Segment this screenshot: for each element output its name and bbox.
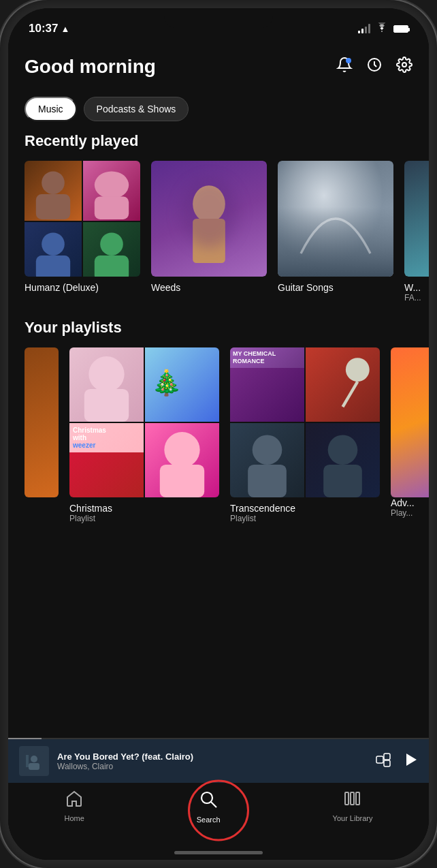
np-thumbnail <box>19 746 49 776</box>
svg-rect-28 <box>376 756 383 763</box>
svg-rect-30 <box>384 760 390 766</box>
svg-marker-31 <box>406 754 417 766</box>
battery-icon <box>393 25 408 33</box>
svg-rect-29 <box>384 754 390 760</box>
recently-played-section: Recently played <box>8 132 429 303</box>
playlists-title: Your playlists <box>25 319 412 337</box>
header-top: Good morning <box>25 56 412 78</box>
transcendence-cover: MY CHEMICALROMANCE <box>230 347 380 497</box>
weeds-cover <box>151 161 267 277</box>
svg-rect-26 <box>29 763 39 770</box>
transcendence-subtitle: Playlist <box>230 514 380 523</box>
recently-played-title: Recently played <box>25 132 412 150</box>
svg-rect-35 <box>351 792 354 805</box>
partial-title: W... <box>404 282 429 293</box>
np-info: Are You Bored Yet? (feat. Clairo) Wallow… <box>57 751 366 771</box>
phone-frame: 10:37 ▲ <box>0 0 437 868</box>
album-item-weeds[interactable]: Weeds <box>151 161 267 303</box>
humanz-cover <box>25 161 140 277</box>
playlist-item-transcendence[interactable]: MY CHEMICALROMANCE <box>230 347 380 523</box>
svg-point-2 <box>402 63 406 67</box>
playlist-item-partial-left[interactable] <box>25 347 59 523</box>
svg-rect-6 <box>95 196 129 219</box>
svg-point-7 <box>42 232 65 255</box>
home-indicator <box>174 851 263 854</box>
svg-rect-4 <box>36 194 70 219</box>
transcendence-title: Transcendence <box>230 503 380 514</box>
scroll-area[interactable]: Recently played <box>8 132 429 738</box>
bottom-nav: Home Search <box>8 783 429 844</box>
svg-point-32 <box>201 792 212 803</box>
svg-point-18 <box>346 358 370 382</box>
svg-rect-21 <box>248 465 287 497</box>
connect-devices-icon[interactable] <box>374 751 392 771</box>
nav-item-search[interactable]: Search <box>183 790 234 824</box>
svg-rect-8 <box>36 255 70 277</box>
bottom-spacer <box>8 540 429 553</box>
guitar-title: Guitar Songs <box>278 282 393 293</box>
np-artist: Wallows, Clairo <box>57 762 366 771</box>
playlist-item-partial-right[interactable]: Adv... Play... <box>391 347 429 523</box>
svg-rect-34 <box>345 792 349 805</box>
svg-point-5 <box>95 171 129 198</box>
svg-rect-23 <box>323 465 362 497</box>
home-label: Home <box>64 814 84 822</box>
now-playing-container: Are You Bored Yet? (feat. Clairo) Wallow… <box>8 738 429 783</box>
partial-right-subtitle: Play... <box>391 508 429 518</box>
svg-rect-36 <box>356 792 359 805</box>
recent-history-icon[interactable] <box>366 57 383 77</box>
christmas-title: Christmas <box>69 503 219 514</box>
playlist-item-christmas[interactable]: 🎄 Christmaswithweezer Christmas Pl <box>69 347 219 523</box>
svg-rect-14 <box>84 389 129 422</box>
svg-text:🎄: 🎄 <box>151 368 182 397</box>
albums-row: Humanz (Deluxe) <box>25 161 412 303</box>
album-item-guitar[interactable]: Guitar Songs <box>278 161 393 303</box>
nav-item-home[interactable]: Home <box>50 790 97 822</box>
svg-rect-10 <box>95 255 129 277</box>
header: Good morning <box>8 42 429 97</box>
playlists-section: Your playlists <box>8 319 429 523</box>
progress-track <box>8 738 429 739</box>
np-controls <box>374 751 418 771</box>
now-playing-bar[interactable]: Are You Bored Yet? (feat. Clairo) Wallow… <box>8 739 429 783</box>
svg-line-33 <box>211 802 216 807</box>
christmas-subtitle: Playlist <box>69 514 219 523</box>
home-icon <box>65 790 83 811</box>
music-tab[interactable]: Music <box>25 97 77 121</box>
weeds-title: Weeds <box>151 282 267 293</box>
svg-point-22 <box>328 435 358 465</box>
playlists-row: 🎄 Christmaswithweezer Christmas Pl <box>25 347 412 523</box>
signal-icon <box>358 24 370 33</box>
np-title: Are You Bored Yet? (feat. Clairo) <box>57 751 366 762</box>
svg-line-19 <box>343 382 358 407</box>
svg-rect-17 <box>160 465 204 497</box>
search-nav-icon <box>199 790 218 813</box>
svg-point-3 <box>42 171 65 194</box>
location-icon: ▲ <box>61 24 69 34</box>
home-indicator-area <box>8 844 429 860</box>
album-item-partial[interactable]: W... FA... <box>404 161 429 303</box>
filter-tabs: Music Podcasts & Shows <box>8 97 429 132</box>
phone-screen: 10:37 ▲ <box>8 8 429 860</box>
album-item-humanz[interactable]: Humanz (Deluxe) <box>25 161 140 303</box>
progress-fill <box>8 738 42 739</box>
nav-item-library[interactable]: Your Library <box>319 790 387 822</box>
christmas-cover: 🎄 Christmaswithweezer <box>69 347 219 497</box>
app-content: Good morning <box>8 42 429 860</box>
notch <box>164 8 273 29</box>
status-icons <box>358 22 408 35</box>
search-label: Search <box>197 816 221 824</box>
header-icons <box>336 57 412 77</box>
podcasts-tab[interactable]: Podcasts & Shows <box>84 97 189 121</box>
status-time: 10:37 ▲ <box>29 22 69 35</box>
settings-icon[interactable] <box>396 57 412 77</box>
humanz-title: Humanz (Deluxe) <box>25 282 140 293</box>
svg-point-13 <box>88 356 124 392</box>
play-icon[interactable] <box>403 752 418 770</box>
partial-right-title: Adv... <box>391 497 429 508</box>
notifications-icon[interactable] <box>336 57 353 77</box>
svg-rect-27 <box>26 755 29 767</box>
wifi-icon <box>376 22 388 35</box>
partial-cover <box>404 161 429 277</box>
library-icon <box>344 790 361 811</box>
